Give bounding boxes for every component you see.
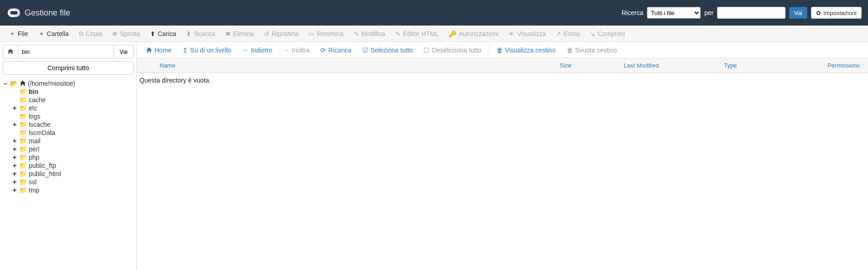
html-editor-button[interactable]: ✎Editor HTML [391, 28, 444, 39]
download-icon: ⬇ [186, 30, 191, 37]
nav-deselect-all-button[interactable]: ☐Deseleziona tutto [419, 45, 486, 56]
download-button[interactable]: ⬇Scarica [181, 28, 220, 39]
tree-node-label: php [29, 154, 39, 161]
nav-view-trash-button[interactable]: 🗑Visualizza cestino [492, 45, 560, 56]
th-name[interactable]: Name [153, 62, 553, 69]
nav-select-all-button[interactable]: ☑Seleziona tutto [358, 45, 418, 56]
toggle-icon[interactable]: + [12, 162, 17, 169]
tree-node[interactable]: 📁lscmData [12, 129, 134, 137]
search-input[interactable] [717, 7, 785, 19]
nav-empty-trash-button[interactable]: 🗑Svuota cestino [562, 45, 622, 56]
path-go-button[interactable]: Vai [114, 45, 134, 58]
tree-node[interactable]: +📁mail [12, 137, 134, 145]
nav-back-button[interactable]: ←Indietro [238, 45, 277, 56]
view-button[interactable]: 👁Visualizza [504, 28, 550, 39]
search-for-label: per [704, 9, 713, 16]
key-icon: 🔑 [449, 30, 456, 37]
separator [489, 46, 489, 55]
search-scope-select[interactable]: Tutti i file [647, 7, 701, 19]
folder-icon: 📁 [19, 129, 27, 136]
extract-icon: ↗ [556, 30, 561, 37]
folder-icon: 📁 [19, 88, 27, 95]
rename-button[interactable]: ▭Rinomina [304, 28, 348, 39]
back-icon: ← [243, 47, 249, 54]
settings-button[interactable]: ✿ Impostazioni [811, 7, 862, 19]
tree-node-label: cache [29, 96, 46, 104]
search-label: Ricerca [621, 9, 643, 16]
tree-node[interactable]: +📁ssl [12, 178, 134, 186]
edit-button[interactable]: ✎Modifica [349, 28, 390, 39]
tree-node[interactable]: +📁tmp [12, 186, 134, 194]
table-header: Name Size Last Modified Type Permissions [137, 58, 868, 73]
file-button[interactable]: ＋File [5, 28, 33, 40]
tree-node[interactable]: 📁cache [12, 96, 134, 104]
tree-node[interactable]: +📁perl [12, 145, 134, 153]
search-go-button[interactable]: Vai [789, 7, 807, 19]
tree-root[interactable]: − 📂 (/home/miositoe) [3, 79, 134, 88]
pencil-icon: ✎ [354, 30, 359, 37]
check-icon: ☑ [362, 47, 368, 54]
toggle-icon[interactable]: − [3, 80, 8, 87]
empty-directory-message: Questa directory è vuota. [137, 73, 868, 88]
th-modified[interactable]: Last Modified [617, 62, 718, 69]
tree-node-label: etc [29, 104, 37, 112]
path-input[interactable] [18, 45, 114, 58]
folder-icon: 📁 [19, 154, 27, 161]
tree-node-label: tmp [29, 187, 39, 194]
folder-icon: 📁 [19, 113, 27, 120]
main-toolbar: ＋File ＋Cartella ⧉Copia ✥Sposta ⬆Carica ⬇… [0, 26, 868, 42]
toggle-icon[interactable]: + [12, 170, 17, 177]
nav-reload-button[interactable]: ⟳Ricarica [316, 45, 356, 56]
toggle-icon[interactable]: + [12, 121, 17, 128]
path-row: Vai [3, 45, 134, 58]
extract-button[interactable]: ↗Estrai [551, 28, 584, 39]
home-path-button[interactable] [3, 45, 18, 58]
nav-home-button[interactable]: Home [141, 45, 176, 56]
trash-icon: 🗑 [496, 47, 503, 54]
tree-node[interactable]: 📁logs [12, 112, 134, 120]
toggle-icon[interactable]: + [12, 178, 17, 186]
tree-node[interactable]: +📁public_ftp [12, 161, 134, 170]
move-button[interactable]: ✥Sposta [108, 28, 145, 39]
sidebar: Vai Comprimi tutto − 📂 (/home/miositoe) … [0, 42, 137, 270]
folder-icon: 📁 [19, 162, 27, 169]
home-icon [20, 80, 26, 87]
tree-node-label: lscmData [29, 129, 55, 136]
home-icon [7, 48, 14, 55]
tree-node[interactable]: 📁bin [12, 88, 134, 96]
trash-icon: 🗑 [567, 47, 573, 54]
copy-button[interactable]: ⧉Copia [74, 28, 107, 39]
move-icon: ✥ [112, 30, 118, 37]
th-permissions[interactable]: Permissions [809, 62, 868, 69]
restore-button[interactable]: ↺Ripristina [259, 28, 303, 39]
toggle-icon[interactable]: + [12, 187, 17, 194]
upload-button[interactable]: ⬆Carica [145, 28, 181, 39]
toggle-icon[interactable]: + [12, 104, 17, 112]
delete-icon: ✖ [225, 30, 231, 37]
tree-node-label: bin [29, 88, 38, 95]
toggle-icon[interactable]: + [12, 145, 17, 153]
logo-area: Gestione file [6, 6, 70, 20]
reload-icon: ⟳ [320, 47, 326, 54]
nav-up-button[interactable]: ↥Su di un livello [178, 45, 236, 56]
th-size[interactable]: Size [553, 62, 617, 69]
folder-icon: 📁 [19, 145, 27, 153]
delete-button[interactable]: ✖Elimina [221, 28, 258, 39]
tree-node[interactable]: +📁lscache [12, 120, 134, 129]
nav-forward-button[interactable]: →Inoltra [279, 45, 314, 56]
collapse-all-button[interactable]: Comprimi tutto [3, 61, 134, 75]
th-type[interactable]: Type [718, 62, 809, 69]
folder-button[interactable]: ＋Cartella [34, 28, 73, 40]
plus-icon: ＋ [38, 30, 45, 38]
toggle-icon[interactable]: + [12, 137, 17, 145]
compress-button[interactable]: ↘Comprimi [585, 28, 630, 39]
toggle-icon[interactable]: + [12, 154, 17, 161]
permissions-button[interactable]: 🔑Autorizzazioni [444, 28, 503, 39]
folder-open-icon: 📂 [10, 80, 18, 87]
content-panel: Home ↥Su di un livello ←Indietro →Inoltr… [137, 42, 868, 270]
tree-node[interactable]: +📁public_html [12, 170, 134, 178]
cpanel-logo-icon [6, 6, 20, 20]
tree-node-label: public_ftp [29, 162, 56, 169]
tree-node[interactable]: +📁php [12, 153, 134, 161]
tree-node[interactable]: +📁etc [12, 104, 134, 112]
